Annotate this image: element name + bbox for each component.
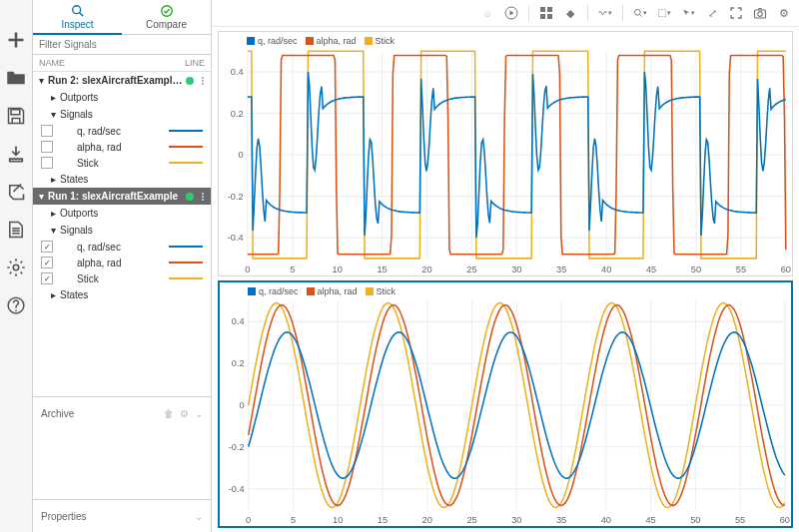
run-row[interactable]: ▾Run 1: slexAircraftExample [33, 188, 211, 205]
tab-inspect[interactable]: Inspect [33, 0, 122, 34]
play-icon[interactable] [504, 6, 518, 20]
add-icon[interactable] [6, 30, 26, 50]
properties-section[interactable]: Properties ⌄ [33, 499, 211, 532]
export-icon[interactable] [6, 182, 26, 202]
svg-rect-7 [547, 7, 552, 12]
clear-icon[interactable]: ◆ [563, 6, 577, 20]
tree-group[interactable]: ▾Signals [33, 222, 211, 239]
svg-point-10 [634, 9, 640, 15]
cursor-icon[interactable]: ▾ [681, 6, 695, 20]
tab-compare-label: Compare [146, 19, 187, 30]
run-row[interactable]: ▾Run 2: slexAircraftExample[Current] [33, 72, 211, 89]
chart-panel[interactable]: q, rad/secalpha, radStick051015202530354… [218, 31, 793, 276]
gear-small-icon: ⚙ [180, 408, 189, 419]
svg-text:25: 25 [466, 515, 476, 525]
checkbox[interactable] [41, 272, 53, 284]
svg-text:10: 10 [332, 264, 342, 274]
svg-text:35: 35 [556, 515, 566, 525]
checkbox[interactable] [41, 141, 53, 153]
svg-rect-11 [658, 9, 665, 16]
svg-text:0: 0 [239, 149, 244, 160]
svg-rect-8 [540, 14, 545, 19]
tree-group[interactable]: ▸Outports [33, 89, 211, 106]
save-icon[interactable] [6, 106, 26, 126]
svg-rect-6 [540, 7, 545, 12]
svg-point-13 [758, 12, 763, 17]
tree-group[interactable]: ▸States [33, 286, 211, 303]
signal-icon[interactable]: ▾ [598, 6, 612, 20]
tree-group[interactable]: ▸States [33, 171, 211, 188]
svg-text:0: 0 [239, 400, 244, 410]
svg-text:60: 60 [780, 515, 790, 525]
svg-text:55: 55 [735, 515, 745, 525]
svg-text:30: 30 [511, 264, 521, 274]
grid-icon[interactable] [539, 6, 553, 20]
svg-text:35: 35 [556, 264, 566, 274]
chart-legend: q, rad/secalpha, radStick [248, 286, 396, 296]
settings-icon[interactable]: ⚙ [777, 6, 791, 20]
svg-text:15: 15 [378, 515, 388, 525]
import-icon[interactable] [6, 144, 26, 164]
signal-row[interactable]: alpha, rad [33, 255, 211, 270]
chart-legend: q, rad/secalpha, radStick [247, 36, 395, 46]
checkbox[interactable] [41, 125, 53, 137]
svg-text:50: 50 [690, 515, 700, 525]
svg-text:45: 45 [645, 515, 655, 525]
svg-text:40: 40 [601, 264, 611, 274]
chevron-down-icon: ⌄ [195, 408, 203, 419]
svg-text:5: 5 [290, 264, 295, 274]
svg-text:-0.4: -0.4 [229, 484, 245, 494]
fullscreen-icon[interactable] [729, 6, 743, 20]
signal-row[interactable]: q, rad/sec [33, 239, 211, 255]
svg-text:15: 15 [377, 264, 387, 274]
svg-text:0: 0 [246, 515, 251, 525]
signal-row[interactable]: q, rad/sec [33, 123, 211, 139]
tree-group[interactable]: ▾Signals [33, 106, 211, 123]
svg-text:5: 5 [291, 515, 296, 525]
tree-group[interactable]: ▸Outports [33, 205, 211, 222]
tree-header: NAMELINE [33, 55, 211, 72]
folder-icon[interactable] [6, 68, 26, 88]
icon-rail [0, 0, 33, 532]
svg-point-3 [72, 6, 80, 14]
fingerprint-icon[interactable]: ⌾ [480, 6, 494, 20]
svg-point-0 [13, 265, 19, 270]
checkbox[interactable] [41, 157, 53, 169]
svg-text:0: 0 [245, 264, 250, 274]
filter-input[interactable] [33, 35, 211, 54]
svg-text:0.2: 0.2 [232, 358, 245, 368]
signal-row[interactable]: Stick [33, 155, 211, 171]
trash-icon: 🗑 [164, 408, 174, 419]
svg-text:60: 60 [781, 264, 791, 274]
gear-icon[interactable] [6, 258, 26, 277]
archive-section[interactable]: Archive 🗑⚙⌄ [33, 396, 211, 429]
svg-text:0.2: 0.2 [231, 108, 244, 119]
signal-row[interactable]: alpha, rad [33, 139, 211, 155]
svg-text:20: 20 [421, 264, 431, 274]
fit-icon[interactable]: ▾ [657, 6, 671, 20]
camera-icon[interactable] [753, 6, 767, 20]
svg-text:55: 55 [736, 264, 746, 274]
svg-text:40: 40 [601, 515, 611, 525]
left-panel: Inspect Compare NAMELINE ▾Run 2: slexAir… [33, 0, 212, 532]
tab-compare[interactable]: Compare [122, 0, 211, 34]
svg-text:30: 30 [511, 515, 521, 525]
zoom-icon[interactable]: ▾ [633, 6, 647, 20]
expand-icon[interactable]: ⤢ [705, 6, 719, 20]
main-area: ⌾ ◆ ▾ ▾ ▾ ▾ ⤢ ⚙ q, rad/secalpha, radStic… [212, 0, 799, 532]
svg-text:10: 10 [333, 515, 343, 525]
svg-text:25: 25 [466, 264, 476, 274]
chart-toolbar: ⌾ ◆ ▾ ▾ ▾ ▾ ⤢ ⚙ [212, 0, 799, 27]
signal-row[interactable]: Stick [33, 270, 211, 286]
chart-panel[interactable]: q, rad/secalpha, radStick051015202530354… [218, 280, 793, 528]
document-icon[interactable] [6, 220, 26, 240]
svg-point-2 [15, 309, 17, 311]
svg-text:45: 45 [646, 264, 656, 274]
signal-tree: ▾Run 2: slexAircraftExample[Current]▸Out… [33, 72, 211, 396]
chevron-down-icon: ⌄ [195, 511, 203, 522]
checkbox[interactable] [41, 241, 53, 253]
svg-text:0.4: 0.4 [232, 316, 245, 326]
checkbox[interactable] [41, 257, 53, 268]
svg-text:-0.2: -0.2 [229, 442, 245, 452]
help-icon[interactable] [6, 295, 26, 315]
